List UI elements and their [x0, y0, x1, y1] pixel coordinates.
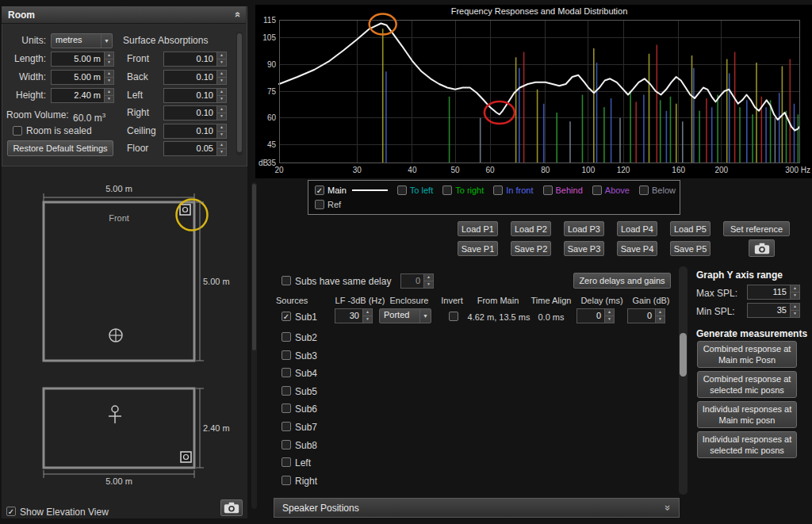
expand-panel-icon[interactable]: » — [662, 505, 674, 511]
right-absorption-field-increment-icon[interactable]: ▲ — [216, 105, 227, 113]
load-p2-button[interactable]: Load P2 — [511, 221, 551, 236]
sub1-delay-field-value[interactable]: 0 — [576, 308, 604, 323]
min-spl-field-decrement-icon[interactable]: ▼ — [790, 311, 800, 318]
legend-checkbox-ref[interactable] — [315, 200, 324, 209]
sub1-enable-checkbox[interactable]: ✓ — [282, 312, 291, 321]
length-field-increment-icon[interactable]: ▲ — [104, 52, 114, 59]
sub6-enable-checkbox[interactable] — [282, 404, 291, 413]
room-snapshot-button[interactable] — [220, 499, 243, 516]
max-spl-field-decrement-icon[interactable]: ▼ — [790, 293, 800, 300]
subs-scrollbar-thumb[interactable] — [680, 333, 687, 377]
left-absorption-field-decrement-icon[interactable]: ▼ — [216, 96, 227, 103]
width-field-decrement-icon[interactable]: ▼ — [104, 78, 114, 85]
set-reference-button[interactable]: Set reference — [723, 221, 790, 236]
height-field-value[interactable]: 2.40 m — [51, 88, 104, 103]
save-p2-button[interactable]: Save P2 — [511, 241, 551, 256]
sub1-lf-field-value[interactable]: 30 — [335, 308, 362, 323]
left-absorption-field-value[interactable]: 0.10 — [163, 88, 216, 103]
load-p1-button[interactable]: Load P1 — [458, 221, 498, 236]
right-enable-checkbox[interactable] — [282, 476, 291, 485]
speaker-positions-header[interactable]: Speaker Positions » — [274, 498, 680, 518]
load-p3-button[interactable]: Load P3 — [564, 221, 604, 236]
back-absorption-field-value[interactable]: 0.10 — [163, 70, 216, 85]
speaker-icon[interactable] — [180, 205, 190, 215]
left-splitter-track[interactable] — [251, 182, 257, 509]
sub1-enclosure-dropdown[interactable]: Ported▼ — [379, 308, 431, 323]
floor-absorption-field-value[interactable]: 0.05 — [163, 141, 216, 156]
legend-checkbox-to-right[interactable] — [442, 186, 452, 195]
save-p5-button[interactable]: Save P5 — [670, 241, 710, 256]
right-absorption-field-value[interactable]: 0.10 — [163, 105, 216, 120]
restore-default-settings-button[interactable]: Restore Default Settings — [7, 140, 113, 156]
legend-checkbox-in-front[interactable] — [493, 186, 503, 195]
floor-absorption-field-increment-icon[interactable]: ▲ — [216, 141, 227, 149]
legend-checkbox-to-left[interactable] — [397, 186, 407, 195]
left-splitter-handle[interactable] — [252, 184, 256, 350]
sub1-invert-checkbox[interactable] — [449, 312, 458, 321]
sub1-gain-field-increment-icon[interactable]: ▲ — [655, 308, 665, 316]
front-absorption-field-value[interactable]: 0.10 — [163, 52, 216, 67]
legend-checkbox-above[interactable] — [592, 186, 602, 195]
chart-snapshot-button[interactable] — [749, 239, 775, 257]
max-spl-field-value[interactable]: 115 — [747, 285, 790, 300]
load-p4-button[interactable]: Load P4 — [617, 221, 657, 236]
back-absorption-field-increment-icon[interactable]: ▲ — [216, 70, 227, 78]
room-settings-scrollbar-thumb[interactable] — [237, 33, 242, 152]
legend-checkbox-main[interactable]: ✓ — [315, 186, 324, 195]
person-icon[interactable] — [112, 406, 118, 412]
subs-scrollbar-track[interactable] — [679, 266, 688, 495]
ceiling-absorption-field-decrement-icon[interactable]: ▼ — [216, 132, 227, 139]
subs-same-delay-checkbox[interactable] — [282, 276, 291, 285]
legend-checkbox-behind[interactable] — [543, 186, 553, 195]
ceiling-absorption-field-value[interactable]: 0.10 — [163, 124, 216, 139]
ceiling-absorption-field-increment-icon[interactable]: ▲ — [216, 124, 227, 132]
back-absorption-field-decrement-icon[interactable]: ▼ — [216, 78, 227, 85]
front-absorption-field-decrement-icon[interactable]: ▼ — [216, 59, 227, 67]
length-field-decrement-icon[interactable]: ▼ — [104, 59, 114, 67]
sub4-enable-checkbox[interactable] — [282, 368, 291, 377]
sub1-gain-field-decrement-icon[interactable]: ▼ — [655, 316, 665, 323]
zero-delays-gains-button[interactable]: Zero delays and gains — [573, 273, 671, 289]
units-dropdown[interactable]: metres▼ — [51, 33, 113, 48]
combined-response-at-selected-mic-posns-button[interactable]: Combined response at selected mic posns — [697, 371, 797, 398]
save-p3-button[interactable]: Save P3 — [564, 241, 604, 256]
left-absorption-field-increment-icon[interactable]: ▲ — [216, 88, 227, 96]
room-sealed-checkbox[interactable] — [13, 126, 22, 136]
left-enable-checkbox[interactable] — [282, 457, 291, 467]
load-p5-button[interactable]: Load P5 — [670, 221, 710, 236]
show-elevation-checkbox[interactable]: ✓ — [6, 507, 16, 516]
width-field-increment-icon[interactable]: ▲ — [104, 70, 114, 78]
sub1-delay-field-decrement-icon[interactable]: ▼ — [604, 316, 615, 323]
min-spl-field-value[interactable]: 35 — [747, 303, 790, 318]
individual-responses-at-main-mic-posn-button[interactable]: Individual responses at Main mic posn — [697, 401, 797, 428]
floor-absorption-field-decrement-icon[interactable]: ▼ — [216, 149, 227, 156]
room-settings-scrollbar-track[interactable] — [236, 32, 243, 155]
sub7-enable-checkbox[interactable] — [282, 422, 291, 431]
subs-same-delay-field-value[interactable]: 0 — [400, 273, 423, 289]
subs-same-delay-field-increment-icon[interactable]: ▲ — [423, 273, 434, 281]
sub1-lf-field-increment-icon[interactable]: ▲ — [362, 308, 373, 316]
height-field-decrement-icon[interactable]: ▼ — [104, 96, 114, 103]
combined-response-at-main-mic-posn-button[interactable]: Combined response at Main mic Posn — [697, 341, 797, 368]
sub1-from-main-value: 4.62 m, 13.5 ms — [466, 310, 531, 325]
save-p4-button[interactable]: Save P4 — [617, 241, 657, 256]
sub1-lf-field-decrement-icon[interactable]: ▼ — [362, 316, 373, 323]
width-field-value[interactable]: 5.00 m — [51, 70, 104, 85]
sub3-enable-checkbox[interactable] — [282, 350, 291, 360]
max-spl-field-increment-icon[interactable]: ▲ — [790, 285, 800, 293]
right-absorption-field-decrement-icon[interactable]: ▼ — [216, 113, 227, 120]
subs-same-delay-field-decrement-icon[interactable]: ▼ — [423, 281, 434, 289]
sub8-enable-checkbox[interactable] — [282, 440, 291, 449]
height-field-increment-icon[interactable]: ▲ — [104, 88, 114, 96]
save-p1-button[interactable]: Save P1 — [458, 241, 498, 256]
length-field-value[interactable]: 5.00 m — [51, 52, 104, 67]
sub5-enable-checkbox[interactable] — [282, 386, 291, 396]
elevation-speaker-icon[interactable] — [181, 452, 191, 462]
sub1-delay-field-increment-icon[interactable]: ▲ — [604, 308, 615, 316]
front-absorption-field-increment-icon[interactable]: ▲ — [216, 52, 227, 59]
sub1-gain-field-value[interactable]: 0 — [627, 308, 655, 323]
legend-checkbox-below[interactable] — [639, 186, 649, 195]
sub2-enable-checkbox[interactable] — [282, 332, 291, 342]
individual-responses-at-selected-mic-posns-button[interactable]: Individual responses at selected mic pos… — [697, 431, 797, 458]
min-spl-field-increment-icon[interactable]: ▲ — [790, 303, 800, 311]
